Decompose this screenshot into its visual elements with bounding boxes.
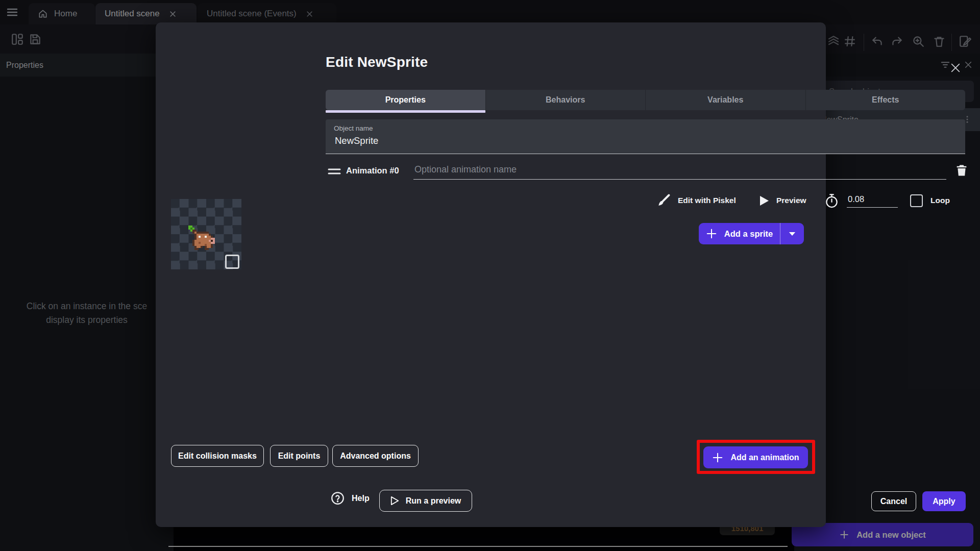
dialog-close-button[interactable]	[948, 60, 963, 76]
frame-select-checkbox[interactable]	[225, 255, 239, 269]
add-sprite-button[interactable]: Add a sprite	[699, 223, 780, 244]
stopwatch-icon	[825, 193, 839, 208]
object-name-input[interactable]	[334, 135, 959, 147]
close-icon	[950, 62, 961, 73]
apply-button[interactable]: Apply	[922, 491, 966, 511]
edit-collision-masks-button[interactable]: Edit collision masks	[171, 445, 264, 467]
plus-icon	[712, 452, 723, 463]
dialog-tab-bar: Properties Behaviors Variables Effects	[326, 90, 965, 110]
time-between-frames-control	[825, 191, 898, 210]
brush-icon	[656, 193, 671, 208]
dialog-tab-effects[interactable]: Effects	[806, 90, 966, 110]
edit-points-button[interactable]: Edit points	[270, 445, 328, 467]
run-a-preview-button[interactable]: Run a preview	[379, 490, 472, 512]
animation-label: Animation #0	[346, 166, 399, 176]
play-icon	[760, 195, 769, 206]
time-between-frames-input[interactable]	[847, 193, 898, 208]
dialog-tab-behaviors[interactable]: Behaviors	[486, 90, 646, 110]
object-name-label: Object name	[334, 124, 957, 132]
play-outline-icon	[390, 496, 399, 506]
app-window: Home Untitled scene Untitled scene (Even…	[0, 0, 980, 551]
chevron-down-icon	[789, 232, 796, 236]
question-circle-icon	[331, 491, 345, 505]
sprite-pixel-art	[188, 226, 217, 250]
dialog-tab-properties[interactable]: Properties	[326, 90, 486, 110]
sprite-frame-thumbnail[interactable]	[171, 199, 241, 269]
add-an-animation-button[interactable]: Add an animation	[703, 446, 808, 468]
drag-handle-icon[interactable]	[328, 168, 341, 175]
delete-animation-icon[interactable]	[954, 163, 969, 179]
preview-animation-button[interactable]: Preview	[760, 191, 806, 210]
advanced-options-button[interactable]: Advanced options	[332, 445, 419, 467]
loop-control: Loop	[910, 191, 950, 210]
edit-with-piskel-button[interactable]: Edit with Piskel	[656, 191, 736, 210]
cancel-button[interactable]: Cancel	[871, 491, 916, 511]
dialog-tab-variables[interactable]: Variables	[646, 90, 806, 110]
loop-checkbox[interactable]	[910, 194, 923, 207]
help-button[interactable]: Help	[331, 491, 370, 505]
add-sprite-split-button: Add a sprite	[699, 223, 804, 244]
active-tab-underline	[326, 110, 485, 113]
dialog-title: Edit NewSprite	[326, 54, 428, 70]
add-sprite-dropdown-button[interactable]	[780, 223, 804, 244]
dialog-action-row: Help Run a preview Cancel Apply	[326, 490, 965, 513]
edit-sprite-dialog: Edit NewSprite Properties Behaviors Vari…	[156, 22, 826, 527]
animation-header-row: Animation #0	[326, 163, 965, 182]
object-name-field[interactable]: Object name	[326, 119, 965, 154]
plus-icon	[706, 228, 717, 239]
animation-name-input[interactable]	[413, 162, 946, 180]
animation-controls-row: Edit with Piskel Preview Loop	[326, 191, 965, 210]
